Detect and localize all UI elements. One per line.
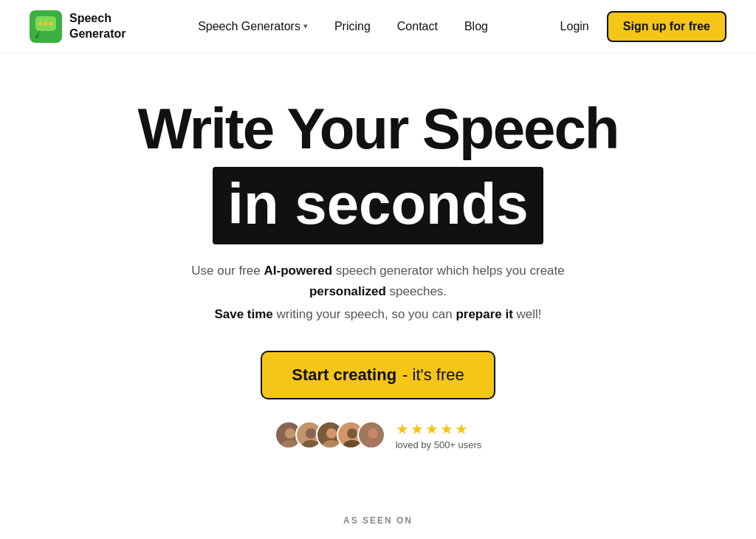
stars-area: ★ ★ ★ ★ ★ loved by 500+ users [396,420,482,450]
svg-point-3 [39,21,43,25]
logo-icon [30,10,62,43]
star-1: ★ [396,420,409,438]
header-actions: Login Sign up for free [560,11,726,42]
hero-title-line2: in seconds [213,167,543,245]
nav-blog[interactable]: Blog [464,20,488,33]
svg-point-11 [323,440,340,449]
star-2: ★ [410,420,424,438]
chevron-down-icon: ▾ [303,21,308,31]
logo-text: Speech Generator [69,11,126,41]
main-nav: Speech Generators ▾ Pricing Contact Blog [198,20,488,33]
nav-speech-generators[interactable]: Speech Generators ▾ [198,20,308,33]
star-3: ★ [425,420,439,438]
avatar-stack [275,421,385,449]
svg-point-7 [281,440,299,449]
star-5: ★ [455,420,468,438]
svg-point-10 [326,428,337,439]
hero-subtitle-2: Save time writing your speech, so you ca… [214,304,541,324]
avatar [357,421,385,449]
svg-point-8 [306,428,316,439]
star-4: ★ [440,420,453,438]
nav-pricing[interactable]: Pricing [334,20,371,33]
svg-point-15 [364,440,382,449]
social-proof-text: loved by 500+ users [396,439,482,450]
hero-title-line1: Write Your Speech [138,97,619,161]
svg-point-5 [49,21,53,25]
as-seen-on-section: AS SEEN ON TikTok facebook Medium [0,515,756,539]
svg-point-14 [368,428,378,439]
hero-section: Write Your Speech in seconds Use our fre… [0,53,756,480]
svg-point-13 [343,440,361,449]
svg-point-9 [302,440,320,449]
as-seen-on-label: AS SEEN ON [0,515,756,526]
login-link[interactable]: Login [560,20,589,33]
social-proof: ★ ★ ★ ★ ★ loved by 500+ users [275,420,482,450]
hero-subtitle-1: Use our free AI-powered speech generator… [179,261,577,301]
svg-point-6 [285,428,295,439]
star-rating: ★ ★ ★ ★ ★ [396,420,468,438]
nav-contact[interactable]: Contact [397,20,438,33]
header: Speech Generator Speech Generators ▾ Pri… [0,0,756,53]
signup-button[interactable]: Sign up for free [607,11,726,42]
logo[interactable]: Speech Generator [30,10,126,43]
svg-point-12 [347,428,357,439]
svg-point-4 [44,21,48,25]
cta-start-creating-button[interactable]: Start creating - it's free [261,351,495,399]
